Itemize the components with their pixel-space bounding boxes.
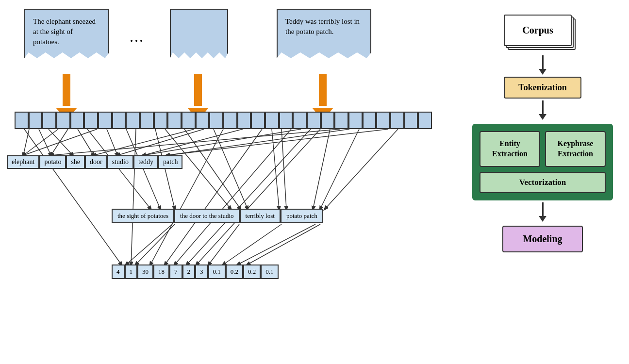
token-bar	[15, 112, 432, 129]
word-studio: studio	[107, 155, 133, 169]
phrase-boxes-row: the sight of potatoes the door to the st…	[112, 209, 323, 223]
svg-line-15	[78, 129, 94, 155]
svg-line-46	[248, 224, 320, 265]
svg-line-31	[313, 129, 330, 209]
token-cell	[56, 112, 70, 129]
phrase-door: the door to the studio	[174, 209, 240, 223]
document-3: Teddy was terribly lost in the potato pa…	[277, 9, 371, 67]
svg-line-39	[187, 129, 311, 265]
svg-line-24	[126, 129, 160, 209]
right-panel: Corpus Tokenization EntityExtraction Key…	[456, 0, 629, 364]
token-cell	[390, 112, 404, 129]
number-boxes-row: 4 1 30 18 7 2 3 0.1 0.2 0.2 0.1	[112, 265, 279, 279]
svg-line-34	[24, 129, 121, 265]
num-0-2b: 0.2	[243, 265, 261, 279]
corpus-label: Corpus	[504, 15, 572, 46]
svg-line-19	[143, 129, 243, 155]
entity-extraction-box: EntityExtraction	[480, 131, 540, 167]
svg-line-41	[126, 224, 172, 265]
svg-line-29	[272, 129, 279, 209]
document-2	[170, 9, 228, 67]
svg-line-30	[281, 129, 286, 209]
svg-line-21	[167, 129, 349, 155]
svg-line-43	[209, 224, 239, 265]
svg-line-13	[51, 129, 340, 155]
phrase-terribly: terribly lost	[240, 209, 281, 223]
phrase-patch: potato patch	[281, 209, 323, 223]
token-cell	[98, 112, 112, 129]
svg-line-12	[51, 129, 68, 155]
svg-line-14	[49, 129, 73, 155]
token-cell	[418, 112, 432, 129]
num-0-1b: 0.1	[261, 265, 278, 279]
token-cell	[223, 112, 237, 129]
token-cell	[29, 112, 43, 129]
token-cell	[363, 112, 377, 129]
token-cell	[70, 112, 84, 129]
svg-line-8	[23, 129, 29, 155]
token-cell	[167, 112, 182, 129]
keyphrase-extraction-box: KeyphraseExtraction	[545, 131, 606, 167]
svg-line-11	[39, 129, 51, 155]
extraction-container: EntityExtraction KeyphraseExtraction Vec…	[472, 124, 613, 200]
token-cell	[293, 112, 307, 129]
tokenization-box: Tokenization	[504, 77, 581, 99]
svg-line-10	[23, 129, 97, 155]
svg-line-17	[107, 129, 117, 155]
corpus-stack: Corpus	[504, 15, 581, 53]
num-0-2a: 0.2	[226, 265, 243, 279]
svg-line-42	[136, 224, 175, 265]
svg-line-35	[131, 129, 136, 265]
svg-line-18	[117, 129, 204, 155]
token-cell	[42, 112, 56, 129]
token-cell	[334, 112, 348, 129]
token-cell	[15, 112, 29, 129]
token-cell	[251, 112, 265, 129]
token-cell	[84, 112, 98, 129]
num-4: 4	[112, 265, 125, 279]
svg-line-9	[23, 129, 58, 155]
word-patch: patch	[158, 155, 182, 169]
token-cell	[209, 112, 223, 129]
svg-line-36	[150, 129, 223, 265]
token-cell	[154, 112, 168, 129]
svg-line-33	[325, 129, 398, 209]
svg-line-23	[87, 129, 150, 209]
svg-line-28	[214, 129, 248, 209]
token-cell	[182, 112, 196, 129]
tokenization-to-extraction-arrow	[539, 100, 546, 120]
extraction-row: EntityExtraction KeyphraseExtraction	[480, 131, 606, 167]
svg-line-16	[94, 129, 194, 155]
svg-line-27	[184, 129, 240, 209]
token-cell	[126, 112, 140, 129]
svg-line-40	[197, 129, 320, 265]
token-cell	[196, 112, 210, 129]
svg-line-25	[155, 129, 175, 209]
dots-separator: ...	[130, 32, 145, 45]
num-3: 3	[195, 265, 208, 279]
document-1: The elephant sneezed at the sight of pot…	[24, 9, 109, 67]
svg-line-45	[238, 224, 315, 265]
word-door: door	[85, 155, 107, 169]
num-30: 30	[137, 265, 153, 279]
num-18: 18	[153, 265, 169, 279]
svg-line-20	[143, 129, 301, 155]
token-cell	[279, 112, 293, 129]
main-container: The elephant sneezed at the sight of pot…	[0, 0, 629, 364]
token-cell	[237, 112, 251, 129]
num-1: 1	[125, 265, 138, 279]
left-panel: The elephant sneezed at the sight of pot…	[0, 0, 456, 364]
word-boxes-row: elephant potato she door studio teddy pa…	[7, 155, 182, 169]
token-cell	[265, 112, 279, 129]
token-cell	[307, 112, 321, 129]
doc1-text: The elephant sneezed at the sight of pot…	[33, 17, 96, 46]
phrase-sight: the sight of potatoes	[112, 209, 174, 223]
num-0-1a: 0.1	[208, 265, 226, 279]
svg-line-32	[320, 129, 359, 209]
svg-line-26	[165, 129, 231, 209]
token-cell	[404, 112, 418, 129]
num-2: 2	[182, 265, 196, 279]
num-7: 7	[169, 265, 182, 279]
token-cell	[140, 112, 154, 129]
word-she: she	[66, 155, 85, 169]
